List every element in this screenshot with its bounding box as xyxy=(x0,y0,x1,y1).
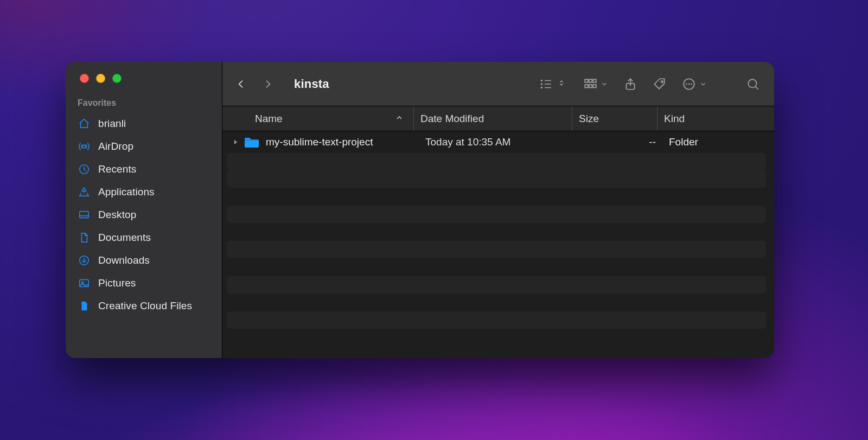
table-row-empty xyxy=(227,153,766,170)
column-label: Size xyxy=(579,113,599,125)
share-button[interactable] xyxy=(623,77,637,91)
svg-rect-16 xyxy=(589,85,592,87)
table-row[interactable]: my-sublime-text-project Today at 10:35 A… xyxy=(227,131,766,153)
sidebar-item-label: Downloads xyxy=(98,254,150,266)
table-row-empty xyxy=(227,170,766,188)
tags-button[interactable] xyxy=(653,77,667,91)
column-kind[interactable]: Kind xyxy=(657,106,774,131)
pictures-icon xyxy=(78,277,91,290)
sidebar-item-applications[interactable]: Applications xyxy=(70,181,218,203)
sidebar-item-documents[interactable]: Documents xyxy=(70,226,218,249)
sidebar-item-label: brianli xyxy=(98,118,126,130)
svg-point-23 xyxy=(691,83,692,85)
svg-point-19 xyxy=(661,81,663,82)
back-button[interactable] xyxy=(233,76,248,92)
sidebar: Favorites brianli AirDrop Recents xyxy=(66,62,222,358)
view-list-button[interactable] xyxy=(539,77,566,91)
svg-rect-12 xyxy=(585,79,588,82)
column-label: Name xyxy=(255,113,283,125)
sidebar-item-label: Documents xyxy=(98,232,151,244)
zebra-stripes xyxy=(227,170,766,329)
disclosure-triangle-icon[interactable] xyxy=(229,139,242,145)
finder-window: Favorites brianli AirDrop Recents xyxy=(66,62,774,358)
folder-icon xyxy=(244,136,260,149)
table-row-empty xyxy=(227,276,766,294)
sidebar-item-creative-cloud[interactable]: Creative Cloud Files xyxy=(70,295,218,317)
file-size: -- xyxy=(582,136,667,148)
svg-point-22 xyxy=(688,83,690,85)
close-window-button[interactable] xyxy=(80,74,89,83)
svg-rect-14 xyxy=(593,79,596,82)
desktop-icon xyxy=(78,208,91,221)
svg-point-6 xyxy=(541,79,542,81)
forward-button[interactable] xyxy=(260,76,276,92)
group-button[interactable] xyxy=(583,77,608,91)
updown-icon xyxy=(557,79,566,90)
svg-rect-15 xyxy=(585,85,588,87)
sidebar-item-home[interactable]: brianli xyxy=(70,112,218,135)
airdrop-icon xyxy=(78,140,91,153)
svg-point-7 xyxy=(541,83,542,85)
sidebar-list: brianli AirDrop Recents Applications xyxy=(66,112,222,317)
cloud-file-icon xyxy=(78,299,91,313)
chevron-down-icon xyxy=(601,80,608,88)
column-size[interactable]: Size xyxy=(572,106,657,131)
search-button[interactable] xyxy=(746,77,760,91)
file-kind: Folder xyxy=(667,136,766,148)
sidebar-item-label: Pictures xyxy=(98,277,136,289)
svg-rect-17 xyxy=(593,85,596,87)
document-icon xyxy=(78,231,91,244)
nav-arrows xyxy=(233,76,276,92)
more-button[interactable] xyxy=(682,77,707,91)
sidebar-section-label: Favorites xyxy=(66,95,222,112)
sidebar-item-downloads[interactable]: Downloads xyxy=(70,249,218,272)
home-icon xyxy=(78,117,91,130)
sort-ascending-icon xyxy=(395,113,404,125)
svg-point-21 xyxy=(686,83,687,85)
svg-point-0 xyxy=(82,145,86,148)
toolbar: kinsta xyxy=(222,62,774,106)
sidebar-item-airdrop[interactable]: AirDrop xyxy=(70,135,218,158)
sidebar-item-label: Desktop xyxy=(98,209,136,221)
column-label: Kind xyxy=(664,113,685,125)
chevron-down-icon xyxy=(699,80,707,88)
sidebar-item-pictures[interactable]: Pictures xyxy=(70,272,218,295)
sidebar-item-label: Creative Cloud Files xyxy=(98,300,192,312)
clock-icon xyxy=(78,163,91,176)
column-label: Date Modified xyxy=(420,113,484,125)
table-row-empty xyxy=(227,311,766,329)
file-list: my-sublime-text-project Today at 10:35 A… xyxy=(222,131,774,358)
file-date: Today at 10:35 AM xyxy=(423,136,582,148)
sidebar-item-desktop[interactable]: Desktop xyxy=(70,203,218,226)
table-row-empty xyxy=(227,206,766,223)
sidebar-item-label: Applications xyxy=(98,186,155,198)
sidebar-item-label: Recents xyxy=(98,163,136,175)
svg-rect-13 xyxy=(589,79,592,82)
main-pane: kinsta xyxy=(222,62,774,358)
table-row-empty xyxy=(227,241,766,258)
zoom-window-button[interactable] xyxy=(112,74,122,83)
column-header: Name Date Modified Size Kind xyxy=(222,106,774,131)
sidebar-item-label: AirDrop xyxy=(98,141,133,152)
svg-point-24 xyxy=(748,79,756,87)
column-name[interactable]: Name xyxy=(255,106,413,131)
download-icon xyxy=(78,254,91,267)
svg-rect-2 xyxy=(80,212,89,218)
window-controls xyxy=(66,74,222,95)
svg-point-8 xyxy=(541,86,542,88)
column-date-modified[interactable]: Date Modified xyxy=(413,106,572,131)
file-name: my-sublime-text-project xyxy=(266,136,423,148)
window-title: kinsta xyxy=(294,77,329,91)
sidebar-item-recents[interactable]: Recents xyxy=(70,158,218,181)
minimize-window-button[interactable] xyxy=(96,74,105,83)
apps-icon xyxy=(78,186,91,199)
